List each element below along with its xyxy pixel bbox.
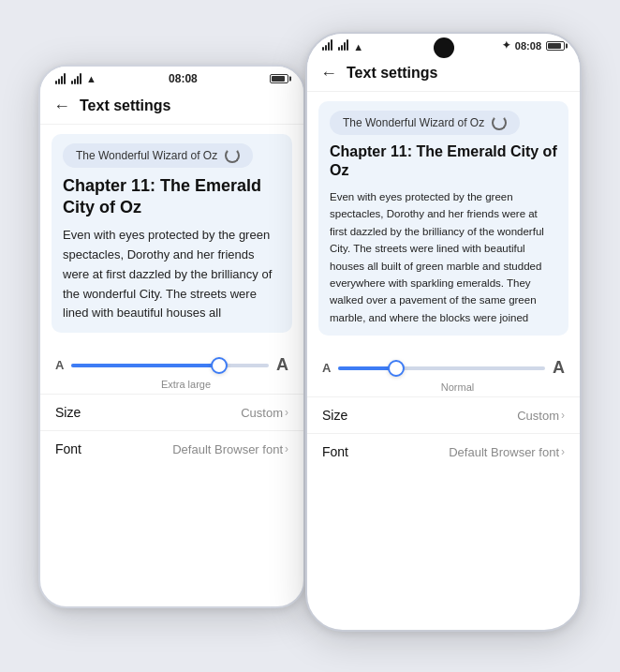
front-slider-label: Normal (322, 381, 565, 393)
front-size-chevron-icon: › (561, 409, 565, 422)
front-chapter-title: Chapter 11: The Emerald City of Oz (330, 142, 557, 182)
back-book-title-label: The Wonderful Wizard of Oz (76, 149, 217, 162)
signal-bars2-icon (71, 73, 81, 84)
back-font-small-label: A (55, 358, 64, 372)
front-notch (434, 37, 454, 58)
front-phone: ▲ ✦ 08:08 ← Text settings The Wonderful … (305, 32, 582, 632)
back-chapter-body: Even with eyes protected by the green sp… (63, 226, 281, 323)
back-size-value: Custom › (241, 406, 288, 420)
front-slider-thumb[interactable] (388, 360, 405, 377)
back-signal: ▲ (55, 73, 96, 84)
back-book-title-tag: The Wonderful Wizard of Oz (63, 143, 253, 168)
signal-bars-icon (55, 73, 66, 84)
back-font-row[interactable]: Font Default Browser font › (40, 430, 303, 467)
back-status-bar: ▲ 08:08 (40, 67, 303, 89)
front-battery-icon (546, 41, 565, 51)
back-phone: ▲ 08:08 ← Text settings The Wonderful Wi… (38, 65, 305, 608)
back-size-chevron-icon: › (285, 406, 288, 419)
front-time: 08:08 (515, 40, 541, 52)
back-font-chevron-icon: › (285, 442, 288, 455)
back-header: ← Text settings (40, 89, 303, 125)
front-chapter-body: Even with eyes protected by the green sp… (330, 188, 557, 326)
front-book-title-label: The Wonderful Wizard of Oz (343, 116, 484, 129)
front-signal-bars-icon (322, 39, 332, 51)
front-page-title: Text settings (347, 65, 438, 82)
back-book-area: The Wonderful Wizard of Oz Chapter 11: T… (52, 134, 292, 334)
back-slider-track[interactable] (71, 364, 269, 367)
front-back-button[interactable]: ← (320, 64, 337, 83)
back-slider-label: Extra large (55, 379, 288, 390)
front-font-small-label: A (322, 361, 331, 375)
back-time: 08:08 (169, 72, 198, 85)
front-font-value: Default Browser font › (449, 445, 565, 459)
front-slider-track[interactable] (338, 366, 545, 370)
back-battery (270, 74, 288, 83)
back-size-row[interactable]: Size Custom › (40, 394, 303, 430)
front-font-large-label: A (553, 358, 565, 378)
front-font-chevron-icon: › (561, 445, 565, 458)
front-book-title-tag: The Wonderful Wizard of Oz (330, 111, 520, 135)
front-font-row[interactable]: Font Default Browser font › (307, 433, 580, 470)
wifi-icon: ▲ (86, 73, 96, 84)
front-signal-bars2-icon (338, 39, 348, 51)
back-font-value: Default Browser font › (172, 442, 288, 456)
back-page-title: Text settings (80, 97, 171, 114)
front-refresh-icon[interactable] (492, 115, 507, 130)
back-size-label: Size (55, 405, 81, 420)
back-font-large-label: A (276, 355, 288, 375)
back-font-label: Font (55, 441, 81, 456)
back-slider-row: A A (55, 355, 288, 375)
front-slider-section: A A Normal (307, 345, 580, 396)
front-size-value: Custom › (517, 409, 565, 423)
front-bluetooth-icon: ✦ (502, 39, 510, 52)
back-slider-section: A A Extra large (40, 342, 303, 394)
back-slider-thumb[interactable] (211, 357, 228, 374)
battery-icon (270, 74, 288, 83)
front-size-row[interactable]: Size Custom › (307, 396, 580, 433)
front-header: ← Text settings (307, 56, 580, 92)
back-back-button[interactable]: ← (53, 97, 70, 116)
front-right-status: ✦ 08:08 (502, 39, 565, 52)
front-slider-row: A A (322, 358, 565, 378)
front-book-area: The Wonderful Wizard of Oz Chapter 11: T… (318, 101, 568, 336)
front-font-label: Font (322, 444, 348, 459)
back-chapter-title: Chapter 11: The Emerald City of Oz (63, 175, 281, 219)
front-wifi-icon: ▲ (353, 41, 363, 52)
back-slider-fill (71, 364, 219, 367)
front-size-label: Size (322, 408, 347, 423)
back-refresh-icon[interactable] (225, 148, 240, 163)
front-signal: ▲ (322, 39, 363, 52)
front-status-bar: ▲ ✦ 08:08 (307, 34, 580, 56)
